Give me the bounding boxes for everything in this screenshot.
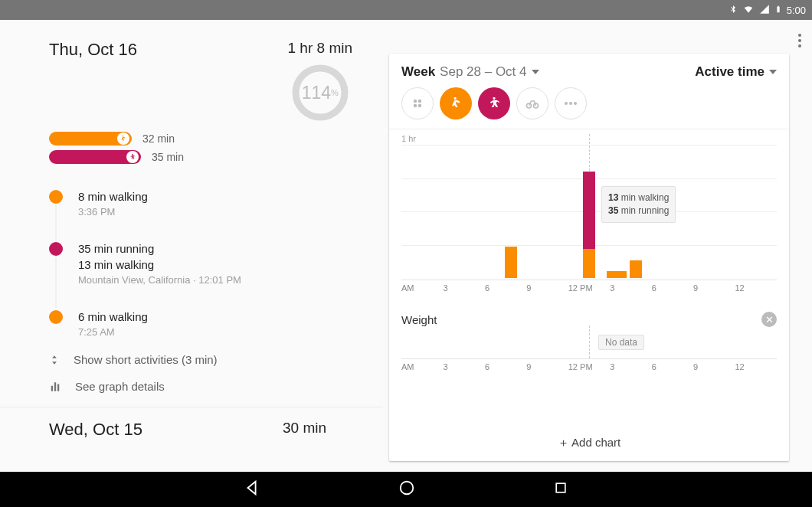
divider bbox=[0, 407, 383, 407]
ring-percent: 114 bbox=[302, 83, 331, 103]
run-pill bbox=[49, 150, 141, 164]
add-chart-button[interactable]: ＋ Add chart bbox=[389, 425, 789, 461]
graph-details-label: See graph details bbox=[75, 380, 165, 393]
svg-point-3 bbox=[798, 44, 801, 47]
bar-run[interactable] bbox=[583, 172, 595, 250]
timeline-dot bbox=[49, 310, 63, 324]
bar-walk[interactable] bbox=[630, 260, 642, 278]
y-tick-label: 1 hr bbox=[401, 134, 416, 143]
walk-pill bbox=[49, 132, 132, 146]
timeline-item[interactable]: 6 min walking 7:25 AM bbox=[49, 309, 369, 338]
total-time-label: 1 hr 8 min bbox=[288, 40, 352, 57]
svg-point-13 bbox=[401, 482, 414, 495]
chip-more[interactable] bbox=[555, 87, 587, 119]
battery-icon bbox=[774, 3, 782, 18]
back-button[interactable] bbox=[244, 479, 260, 499]
chevron-down-icon bbox=[769, 70, 777, 74]
no-data-badge: No data bbox=[598, 335, 644, 350]
android-nav-bar bbox=[0, 472, 812, 507]
bar-walk[interactable] bbox=[505, 247, 517, 278]
chevron-down-icon bbox=[532, 70, 539, 74]
home-button[interactable] bbox=[398, 479, 415, 499]
status-bar: 5:00 bbox=[0, 0, 812, 20]
metric-selector[interactable]: Active time bbox=[695, 64, 777, 80]
date-range-selector[interactable]: Week Sep 28 – Oct 4 bbox=[401, 64, 539, 80]
svg-point-4 bbox=[414, 100, 417, 103]
chip-walk[interactable] bbox=[440, 87, 472, 119]
prev-total-time-label: 30 min bbox=[283, 420, 326, 437]
see-graph-details-button[interactable]: See graph details bbox=[49, 380, 369, 393]
chip-other[interactable] bbox=[401, 87, 434, 119]
date-title: Thu, Oct 16 bbox=[49, 40, 137, 60]
run-pill-label: 35 min bbox=[152, 151, 184, 163]
show-short-activities-button[interactable]: Show short activities (3 min) bbox=[49, 353, 369, 366]
svg-point-2 bbox=[798, 39, 801, 42]
status-time: 5:00 bbox=[787, 5, 806, 16]
chip-run[interactable] bbox=[478, 87, 510, 119]
weight-title: Weight bbox=[401, 313, 437, 326]
svg-point-7 bbox=[418, 104, 422, 108]
overflow-menu-button[interactable] bbox=[798, 34, 801, 51]
recents-button[interactable] bbox=[553, 480, 568, 499]
bar-walk[interactable] bbox=[614, 271, 627, 278]
bluetooth-icon bbox=[729, 4, 738, 17]
svg-point-12 bbox=[574, 102, 577, 105]
timeline-dot bbox=[49, 242, 63, 256]
bar-tooltip: 13 min walking35 min running bbox=[601, 186, 676, 223]
svg-point-11 bbox=[569, 102, 572, 105]
signal-icon bbox=[759, 4, 770, 17]
timeline-item[interactable]: 8 min walking 3:36 PM bbox=[49, 188, 369, 218]
expand-collapse-icon bbox=[49, 354, 60, 366]
svg-point-5 bbox=[418, 100, 422, 103]
progress-ring[interactable]: 114% bbox=[290, 63, 350, 123]
chart-card: Week Sep 28 – Oct 4 Active time bbox=[389, 54, 789, 461]
chip-bike[interactable] bbox=[516, 87, 548, 119]
remove-chart-button[interactable]: ✕ bbox=[761, 312, 777, 327]
wifi-icon bbox=[742, 4, 755, 17]
show-short-label: Show short activities (3 min) bbox=[74, 353, 218, 366]
walk-pill-label: 32 min bbox=[142, 132, 175, 145]
active-time-chart[interactable]: 1 hr 13 min walking35 min running AM3691… bbox=[389, 129, 789, 461]
activity-list-pane: Thu, Oct 16 1 hr 8 min 114% 32 min bbox=[0, 20, 383, 472]
prev-date-title: Wed, Oct 15 bbox=[49, 420, 142, 440]
bar-chart-icon bbox=[49, 381, 61, 392]
timeline-dot bbox=[49, 190, 63, 204]
weight-chart[interactable]: Weight ✕ No data AM36912 PM36912 bbox=[401, 307, 777, 371]
svg-rect-14 bbox=[556, 483, 565, 492]
svg-point-1 bbox=[798, 34, 801, 37]
svg-point-6 bbox=[414, 104, 417, 108]
svg-point-10 bbox=[565, 102, 568, 105]
timeline-item[interactable]: 35 min running 13 min walking Mountain V… bbox=[49, 240, 369, 286]
bar-walk[interactable] bbox=[583, 249, 595, 278]
